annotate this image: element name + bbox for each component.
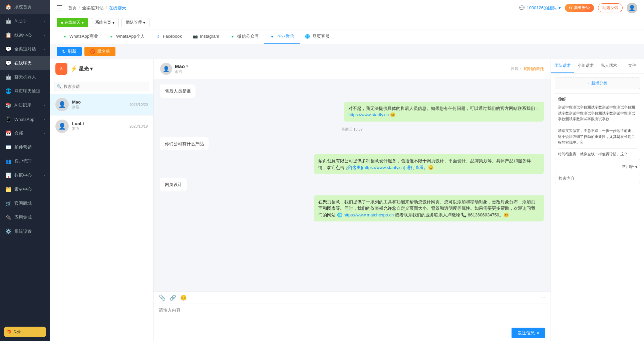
corp-wechat-icon: ● bbox=[270, 34, 275, 39]
tab-wechat[interactable]: ● 微信公众号 bbox=[225, 29, 264, 44]
emoji-icon[interactable]: 😊 bbox=[180, 295, 187, 301]
message-link: https://www.starify.cn bbox=[348, 112, 389, 117]
web-service-icon: 🌐 bbox=[305, 34, 310, 39]
promo-card[interactable]: 🎁 瓜分... bbox=[4, 327, 46, 337]
header-right: 💬 1000126的团队 ▾ ⚙ 套餐升级 问题反馈 👤 bbox=[519, 3, 637, 13]
sidebar-item-web-channel[interactable]: 🌐 网页聊天通道 bbox=[0, 84, 50, 98]
tab-personal-phrase[interactable]: 私人话术 bbox=[597, 59, 621, 73]
more-icon[interactable]: ⋯ bbox=[540, 295, 545, 301]
chevron-down-icon[interactable]: ▾ bbox=[537, 331, 539, 336]
online-chat-tab[interactable]: 在线聊天 ▾ bbox=[57, 18, 88, 27]
home-icon: 🏠 bbox=[5, 4, 12, 10]
file-icon[interactable]: 📎 bbox=[159, 295, 166, 301]
feedback-button[interactable]: 问题反馈 bbox=[598, 3, 623, 12]
search-content-input[interactable] bbox=[555, 174, 640, 183]
message-bubble: 网页设计 bbox=[160, 178, 187, 191]
breadcrumb-current: 在线聊天 bbox=[109, 5, 126, 11]
integration-icon: 🔌 bbox=[5, 214, 12, 220]
chevron-down-icon: ▾ bbox=[82, 20, 84, 25]
message-icon: 💬 bbox=[519, 5, 525, 10]
team-selector[interactable]: 💬 1000126的团队 ▾ bbox=[519, 5, 561, 11]
sidebar-item-whatsapp[interactable]: 📱 WhatsApp › bbox=[0, 112, 50, 126]
whatsapp-icon: ● bbox=[109, 34, 114, 39]
tab-label: 企业微信 bbox=[277, 33, 294, 39]
brand-name: 星光 bbox=[79, 66, 89, 72]
sidebar-item-data[interactable]: 📊 数据中心 › bbox=[0, 168, 50, 182]
upgrade-button[interactable]: ⚙ 套餐升级 bbox=[565, 4, 594, 12]
sidebar: 🏠 系统首页 🤖 AI助手 › 📋 线索中心 › 💬 全渠道对话 › 💬 在线聊… bbox=[0, 0, 50, 341]
tab-web-service[interactable]: 🌐 网页客服 bbox=[300, 29, 335, 44]
chat-header: 👤 Mao ▾ 余浩 归属： 昭明的摩托 bbox=[153, 59, 551, 79]
conv-name: LuoLi bbox=[72, 121, 126, 126]
breadcrumb-channels[interactable]: 全渠道对话 bbox=[82, 5, 104, 11]
sidebar-item-ai[interactable]: 🤖 AI助手 › bbox=[0, 14, 50, 28]
sidebar-item-home[interactable]: 🏠 系统首页 bbox=[0, 0, 50, 14]
tab-facebook[interactable]: 𝐟 Facebook bbox=[150, 29, 187, 44]
conv-date: 2023/10/20 bbox=[129, 103, 148, 107]
sidebar-item-leads[interactable]: 📋 线索中心 › bbox=[0, 28, 50, 42]
link: https://www.matchexpo.cn bbox=[343, 212, 394, 217]
link-icon[interactable]: 🔗 bbox=[170, 295, 176, 301]
sidebar-item-label: 官网商城 bbox=[14, 200, 45, 206]
sidebar-item-integration[interactable]: 🔌 应用集成 bbox=[0, 210, 50, 224]
sidebar-item-event[interactable]: 📅 会邦 › bbox=[0, 126, 50, 140]
sidebar-item-shop[interactable]: 🛒 官网商城 bbox=[0, 196, 50, 210]
tab-wa-business[interactable]: ● WhatsApp商业 bbox=[57, 29, 103, 44]
date-divider: 星期五 13:57 bbox=[160, 126, 544, 133]
tab-group-phrase[interactable]: 小组话术 bbox=[574, 59, 598, 73]
sidebar-item-label: 邮件营销 bbox=[14, 144, 45, 150]
conv-item-luoli[interactable]: 👤 LuoLi 罗力 2023/10/19 bbox=[50, 116, 153, 137]
breadcrumb: 首页 / 全渠道对话 / 在线聊天 bbox=[68, 5, 126, 11]
facebook-icon: 𝐟 bbox=[155, 34, 161, 39]
assign-label: 归属： bbox=[511, 66, 523, 72]
conv-info: Mao 余浩 bbox=[72, 100, 126, 110]
chevron-down-icon[interactable]: ▾ bbox=[186, 64, 188, 68]
chevron-down-icon: ▾ bbox=[635, 165, 637, 169]
hamburger-button[interactable]: ☰ bbox=[57, 4, 63, 12]
tab-label: 微信公众号 bbox=[237, 33, 259, 39]
chat-footer: 发送信息 ▾ bbox=[153, 325, 551, 341]
tab-team-phrase[interactable]: 团队话术 bbox=[551, 59, 574, 73]
common-lang-selector[interactable]: 常用语 ▾ bbox=[555, 163, 640, 171]
action-bar: ↻ 刷新 🚫 黑名单 bbox=[50, 44, 644, 59]
chat-user-info: 👤 Mao ▾ 余浩 bbox=[160, 63, 188, 75]
tab-label: WhatsApp商业 bbox=[69, 33, 98, 39]
assigned-to: 昭明的摩托 bbox=[524, 66, 544, 72]
dashboard-tab[interactable]: 系统首页 ▾ bbox=[91, 18, 119, 27]
brand-title: ⚡ 星光 ▾ bbox=[70, 65, 93, 72]
conv-header: S ⚡ 星光 ▾ bbox=[50, 59, 153, 79]
tab-instagram[interactable]: 📷 Instagram bbox=[187, 29, 225, 44]
conv-item-mao[interactable]: 👤 Mao 余浩 2023/10/20 bbox=[50, 94, 153, 116]
sidebar-item-chatbot[interactable]: 🤖 聊天机器人 bbox=[0, 70, 50, 84]
conv-name: Mao bbox=[72, 100, 126, 105]
avatar[interactable]: 👤 bbox=[627, 3, 637, 13]
brand-chevron[interactable]: ▾ bbox=[90, 66, 93, 72]
sidebar-item-online-chat[interactable]: 💬 在线聊天 bbox=[0, 56, 50, 70]
blacklist-button[interactable]: 🚫 黑名单 bbox=[84, 47, 115, 56]
chat-user-sub: 余浩 bbox=[175, 69, 188, 74]
send-button[interactable]: 发送信息 ▾ bbox=[512, 328, 545, 338]
sidebar-item-label: 网页聊天通道 bbox=[14, 88, 45, 94]
sidebar-item-label: 在线聊天 bbox=[14, 60, 45, 66]
brand-logo: S bbox=[55, 63, 67, 75]
assets-icon: 🗂️ bbox=[5, 186, 12, 192]
search-input[interactable] bbox=[54, 82, 149, 91]
tab-corp-wechat[interactable]: ● 企业微信 bbox=[264, 29, 300, 44]
sidebar-item-ai-kb[interactable]: 📚 AI知识库 › bbox=[0, 98, 50, 112]
chat-user-avatar: 👤 bbox=[160, 63, 172, 75]
sidebar-item-assets[interactable]: 🗂️ 素材中心 bbox=[0, 182, 50, 196]
refresh-button[interactable]: ↻ 刷新 bbox=[57, 47, 82, 56]
right-panel-content: + 新增分类 你好 测试字数测试字数测试字数测试字数测试字数测试字数测试字数测试… bbox=[551, 73, 644, 341]
tab-files[interactable]: 文件 bbox=[621, 59, 644, 73]
add-category-button[interactable]: + 新增分类 bbox=[555, 77, 640, 89]
sidebar-item-email[interactable]: ✉️ 邮件营销 bbox=[0, 140, 50, 154]
sidebar-item-customer[interactable]: 👥 客户管理 bbox=[0, 154, 50, 168]
tab-label: Facebook bbox=[163, 34, 182, 39]
tab-wa-personal[interactable]: ● WhatsApp个人 bbox=[103, 29, 150, 44]
chat-input[interactable] bbox=[153, 304, 551, 324]
team-mgmt-tab[interactable]: 团队管理 ▾ bbox=[121, 18, 149, 27]
sidebar-item-all-channels[interactable]: 💬 全渠道对话 › bbox=[0, 42, 50, 56]
breadcrumb-home[interactable]: 首页 bbox=[68, 5, 77, 11]
sidebar-item-label: 系统设置 bbox=[14, 228, 45, 234]
sidebar-item-settings[interactable]: ⚙️ 系统设置 bbox=[0, 224, 50, 238]
